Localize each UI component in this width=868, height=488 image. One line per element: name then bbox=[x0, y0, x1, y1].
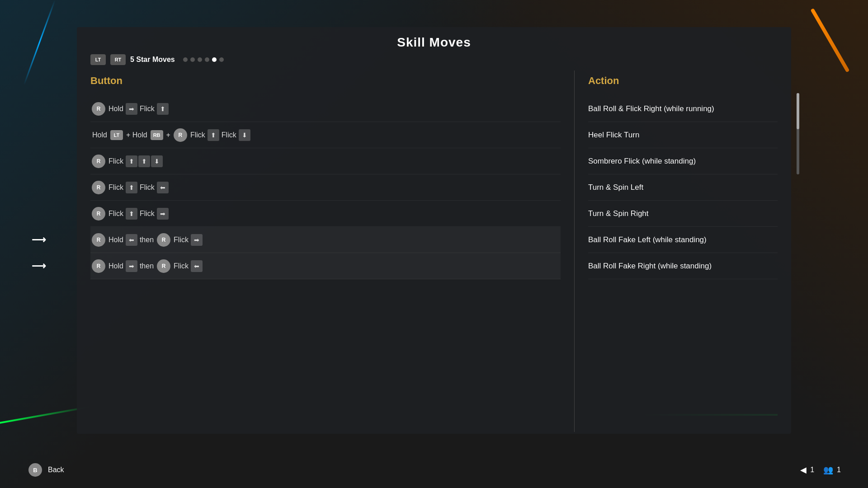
page-indicator: ◀ 1 bbox=[800, 465, 814, 475]
arrow-up-3b: ⬆ bbox=[138, 155, 150, 167]
main-panel: Skill Moves LT RT 5 Star Moves Button R … bbox=[77, 27, 791, 434]
move-row-2: Hold LT + Hold RB + R Flick ⬆ Flick ⬇ bbox=[90, 122, 561, 148]
arrow-right-7a: ➡ bbox=[126, 260, 137, 272]
lt-button[interactable]: LT bbox=[90, 54, 106, 65]
btn-rb-icon: RB bbox=[151, 130, 163, 140]
back-label: Back bbox=[48, 466, 64, 474]
arrow-indicator-icon-6: ⟶ bbox=[32, 234, 46, 246]
arrow-right-6: ➡ bbox=[191, 234, 203, 246]
scrollbar[interactable] bbox=[797, 93, 799, 174]
btn-r-icon-7: R bbox=[92, 259, 105, 273]
arrow-left-7: ⬅ bbox=[191, 260, 203, 272]
flick-text-7: Flick bbox=[174, 262, 189, 270]
plus-text-2: + bbox=[166, 131, 170, 139]
action-text-4: Turn & Spin Left bbox=[588, 174, 778, 201]
btn-lt-icon: LT bbox=[110, 130, 123, 140]
arrow-up-4: ⬆ bbox=[126, 182, 137, 193]
arrow-left-4: ⬅ bbox=[157, 182, 169, 193]
action-text-1: Ball Roll & Flick Right (while running) bbox=[588, 96, 778, 122]
btn-r-icon-6b: R bbox=[157, 233, 170, 247]
chevron-left-icon[interactable]: ◀ bbox=[800, 465, 807, 475]
move-row-7: ⟶ R Hold ➡ then R Flick ⬅ bbox=[90, 253, 561, 279]
dot-4 bbox=[205, 57, 209, 62]
content-area: Button R Hold ➡ Flick ⬆ Hold LT + Hold R… bbox=[77, 70, 791, 432]
flick-text-2b: Flick bbox=[222, 131, 236, 139]
button-header: Button bbox=[90, 75, 561, 89]
plus-hold-text-2: + Hold bbox=[126, 131, 147, 139]
page-dots bbox=[183, 57, 224, 62]
bottom-bar: B Back ◀ 1 👥 1 bbox=[0, 452, 868, 488]
player-count: 1 bbox=[837, 466, 841, 474]
arrow-right-1: ➡ bbox=[126, 103, 137, 115]
flick-text-1: Flick bbox=[140, 105, 155, 113]
hold-text-2: Hold bbox=[92, 131, 107, 139]
move-row-1: R Hold ➡ Flick ⬆ bbox=[90, 96, 561, 122]
action-text-3: Sombrero Flick (while standing) bbox=[588, 148, 778, 174]
dot-1 bbox=[183, 57, 188, 62]
player-icon: 👥 bbox=[823, 465, 833, 475]
btn-r-icon-3: R bbox=[92, 155, 105, 168]
hold-text-7: Hold bbox=[108, 262, 123, 270]
player-indicator: 👥 1 bbox=[823, 465, 841, 475]
btn-r-icon-4: R bbox=[92, 181, 105, 194]
arrow-up-1: ⬆ bbox=[157, 103, 169, 115]
arrow-down-3: ⬇ bbox=[151, 155, 163, 167]
action-header: Action bbox=[588, 75, 778, 89]
btn-r-icon-1: R bbox=[92, 102, 105, 116]
back-button[interactable]: B Back bbox=[27, 463, 64, 477]
flick-text-6: Flick bbox=[174, 236, 189, 244]
nav-row: LT RT 5 Star Moves bbox=[77, 54, 791, 70]
move-row-5: R Flick ⬆ Flick ➡ bbox=[90, 201, 561, 227]
then-text-7: then bbox=[140, 262, 154, 270]
btn-r-icon-2: R bbox=[174, 128, 187, 142]
action-text-5: Turn & Spin Right bbox=[588, 201, 778, 227]
hold-text-1: Hold bbox=[108, 105, 123, 113]
arrow-right-5: ➡ bbox=[157, 208, 169, 220]
page-title: Skill Moves bbox=[77, 27, 791, 54]
arrow-up-5: ⬆ bbox=[126, 208, 137, 220]
action-text-2: Heel Flick Turn bbox=[588, 122, 778, 148]
move-row-3: R Flick ⬆ ⬆ ⬇ bbox=[90, 148, 561, 174]
row-6-indicator: ⟶ bbox=[32, 234, 46, 246]
dot-2 bbox=[190, 57, 195, 62]
b-button-icon: B bbox=[28, 463, 42, 477]
action-column: Action Ball Roll & Flick Right (while ru… bbox=[574, 70, 791, 432]
bottom-right-info: ◀ 1 👥 1 bbox=[800, 465, 841, 475]
dot-5 bbox=[212, 57, 217, 62]
rt-button[interactable]: RT bbox=[110, 54, 126, 65]
arrow-down-2: ⬇ bbox=[239, 129, 250, 141]
arrow-indicator-icon-7: ⟶ bbox=[32, 260, 46, 272]
flick-text-5b: Flick bbox=[140, 210, 155, 218]
btn-r-icon-7b: R bbox=[157, 259, 170, 273]
flick-text-4a: Flick bbox=[108, 183, 123, 192]
flick-text-2a: Flick bbox=[190, 131, 205, 139]
move-row-6: ⟶ R Hold ⬅ then R Flick ➡ bbox=[90, 227, 561, 253]
scrollbar-thumb[interactable] bbox=[797, 93, 799, 129]
page-number: 1 bbox=[810, 466, 814, 474]
button-column: Button R Hold ➡ Flick ⬆ Hold LT + Hold R… bbox=[77, 70, 574, 432]
flick-text-5a: Flick bbox=[108, 210, 123, 218]
category-label: 5 Star Moves bbox=[130, 56, 175, 64]
btn-r-icon-6: R bbox=[92, 233, 105, 247]
action-text-7: Ball Roll Fake Right (while standing) bbox=[588, 253, 778, 279]
row-7-indicator: ⟶ bbox=[32, 260, 46, 272]
then-text-6: then bbox=[140, 236, 154, 244]
flick-text-3: Flick bbox=[108, 157, 123, 165]
flick-text-4b: Flick bbox=[140, 183, 155, 192]
arrow-up-3a: ⬆ bbox=[126, 155, 137, 167]
move-row-4: R Flick ⬆ Flick ⬅ bbox=[90, 174, 561, 201]
arrow-up-2: ⬆ bbox=[208, 129, 219, 141]
btn-r-icon-5: R bbox=[92, 207, 105, 221]
dot-6 bbox=[219, 57, 224, 62]
dot-3 bbox=[198, 57, 202, 62]
action-text-6: Ball Roll Fake Left (while standing) bbox=[588, 227, 778, 253]
arrow-left-6: ⬅ bbox=[126, 234, 137, 246]
hold-text-6: Hold bbox=[108, 236, 123, 244]
